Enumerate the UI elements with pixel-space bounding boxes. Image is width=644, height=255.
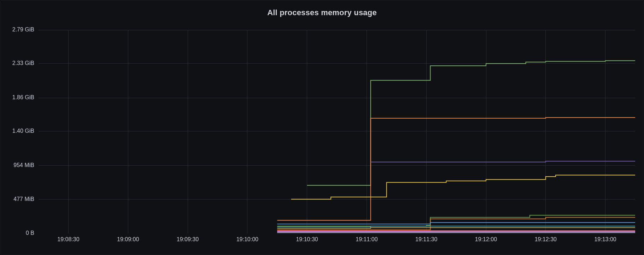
y-tick-label: 1.40 GiB (0, 128, 34, 134)
series-proc-blue-1[interactable] (277, 223, 635, 224)
y-tick-label: 0 B (0, 230, 34, 236)
x-tick-label: 19:08:30 (51, 236, 86, 243)
series-proc-green-2[interactable] (277, 215, 635, 226)
chart-plot-area[interactable] (39, 30, 635, 233)
x-tick-label: 19:13:00 (588, 236, 623, 243)
x-tick-label: 19:12:00 (468, 236, 504, 243)
y-tick-label: 1.86 GiB (0, 94, 34, 101)
series-proc-orange-1[interactable] (277, 118, 635, 220)
chart-svg (39, 30, 635, 233)
chart-title: All processes memory usage (0, 0, 644, 17)
x-tick-label: 19:10:00 (230, 236, 265, 243)
x-tick-label: 19:09:00 (110, 236, 146, 243)
series-proc-purple-1[interactable] (371, 161, 635, 162)
chart-panel: All processes memory usage 0 B477 MiB954… (0, 0, 644, 255)
x-tick-label: 19:09:30 (170, 236, 205, 243)
x-tick-label: 19:10:30 (289, 236, 325, 243)
x-tick-label: 19:12:30 (528, 236, 563, 243)
y-tick-label: 2.33 GiB (0, 60, 34, 66)
x-tick-label: 19:11:30 (409, 236, 444, 243)
y-tick-label: 477 MiB (0, 196, 34, 202)
y-tick-label: 2.79 GiB (0, 26, 34, 33)
series-proc-green-1[interactable] (307, 61, 635, 185)
series-proc-yellow-2[interactable] (277, 227, 635, 228)
series-proc-yellow-1[interactable] (291, 175, 635, 199)
x-tick-label: 19:11:00 (349, 236, 384, 243)
y-tick-label: 954 MiB (0, 162, 34, 168)
